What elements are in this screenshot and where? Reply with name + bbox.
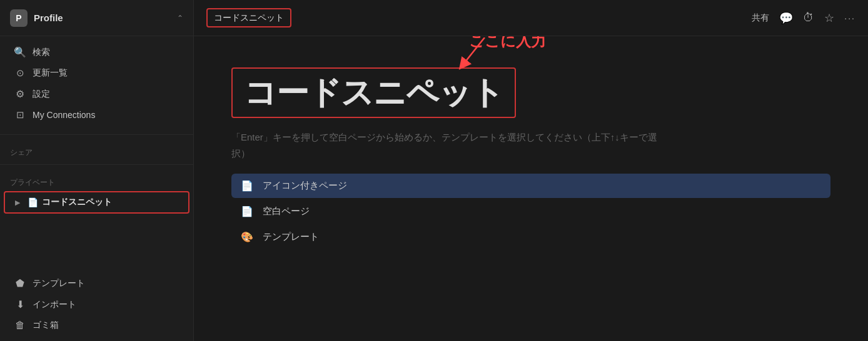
page-icon: 📄 [240, 180, 254, 192]
chevron-icon: ⌃ [177, 14, 183, 22]
tree-item-label: コードスニペット [42, 197, 112, 208]
trash-icon: 🗑 [14, 320, 26, 331]
sidebar-item-search[interactable]: 🔍 検索 [4, 42, 189, 62]
divider-1 [0, 134, 193, 135]
page-title-text: コードスニペット [244, 74, 503, 111]
topbar-actions: 共有 💬 ⏱ ☆ ··· [752, 11, 855, 25]
template-item-label: 空白ページ [263, 205, 310, 217]
sidebar-item-connections[interactable]: ⊡ My Connections [4, 105, 189, 125]
page-content: ここに入力 コードスニペット 「Enter」キーを押して空白ページから始めるか、… [194, 36, 868, 341]
comment-icon[interactable]: 💬 [779, 11, 793, 25]
sidebar-item-trash[interactable]: 🗑 ゴミ箱 [4, 315, 189, 335]
topbar-title: コードスニペット [214, 12, 284, 22]
svg-line-0 [463, 37, 485, 65]
bottom-item-label: ゴミ箱 [33, 320, 59, 331]
sidebar-item-templates[interactable]: ⬟ テンプレート [4, 273, 189, 294]
page-icon: 📄 [240, 205, 254, 217]
gear-icon: ⚙ [14, 88, 26, 100]
sidebar-item-updates[interactable]: ⊙ 更新一覧 [4, 63, 189, 83]
workspace-title: Profile [34, 12, 171, 23]
share-section-label: シェア [0, 139, 193, 161]
template-item-label: テンプレート [263, 231, 319, 243]
expand-icon: ▶ [15, 199, 24, 207]
bottom-item-label: インポート [33, 299, 76, 310]
sidebar-header[interactable]: P Profile ⌃ [0, 0, 193, 36]
main-content: コードスニペット 共有 💬 ⏱ ☆ ··· ここに入力 [194, 0, 868, 341]
templates-icon: ⬟ [14, 277, 26, 289]
sidebar: P Profile ⌃ 🔍 検索 ⊙ 更新一覧 ⚙ 設定 ⊡ My Connec… [0, 0, 194, 341]
updates-icon: ⊙ [14, 67, 26, 79]
template-list: 📄 アイコン付きページ 📄 空白ページ 🎨 テンプレート [231, 174, 830, 249]
topbar: コードスニペット 共有 💬 ⏱ ☆ ··· [194, 0, 868, 36]
more-icon[interactable]: ··· [844, 13, 855, 23]
tree-item-code-snippet[interactable]: ▶ 📄 コードスニペット [4, 191, 189, 214]
sidebar-item-label: 検索 [33, 47, 50, 58]
template-item-icon-page[interactable]: 📄 アイコン付きページ [231, 174, 830, 198]
sidebar-item-import[interactable]: ⬇ インポート [4, 294, 189, 315]
sidebar-item-label: My Connections [33, 110, 95, 120]
annotation-container: ここに入力 コードスニペット [231, 61, 830, 118]
history-icon[interactable]: ⏱ [803, 11, 814, 24]
import-icon: ⬇ [14, 299, 26, 310]
template-item-blank-page[interactable]: 📄 空白ページ [231, 199, 830, 224]
template-item-label: アイコン付きページ [263, 180, 347, 192]
sidebar-bottom: ⬟ テンプレート ⬇ インポート 🗑 ゴミ箱 [0, 267, 193, 341]
page-icon: 📄 [28, 197, 38, 207]
private-section-label: プライベート [0, 169, 193, 190]
sidebar-nav: 🔍 検索 ⊙ 更新一覧 ⚙ 設定 ⊡ My Connections [0, 36, 193, 131]
annotation-arrow-svg [450, 37, 500, 72]
bottom-item-label: テンプレート [33, 278, 85, 289]
topbar-title-box: コードスニペット [206, 8, 291, 27]
divider-2 [0, 164, 193, 165]
workspace-icon: P [10, 9, 28, 27]
share-label[interactable]: 共有 [752, 12, 769, 24]
template-icon: 🎨 [240, 231, 254, 243]
page-title-input[interactable]: コードスニペット [231, 67, 516, 118]
search-icon: 🔍 [14, 46, 26, 58]
sidebar-item-label: 設定 [33, 89, 50, 100]
template-item-template[interactable]: 🎨 テンプレート [231, 225, 830, 249]
star-icon[interactable]: ☆ [824, 11, 834, 25]
connections-icon: ⊡ [14, 109, 26, 121]
hint-text: 「Enter」キーを押して空白ページから始めるか、テンプレートを選択してください… [231, 129, 669, 161]
sidebar-item-label: 更新一覧 [33, 67, 68, 79]
sidebar-item-settings[interactable]: ⚙ 設定 [4, 84, 189, 104]
